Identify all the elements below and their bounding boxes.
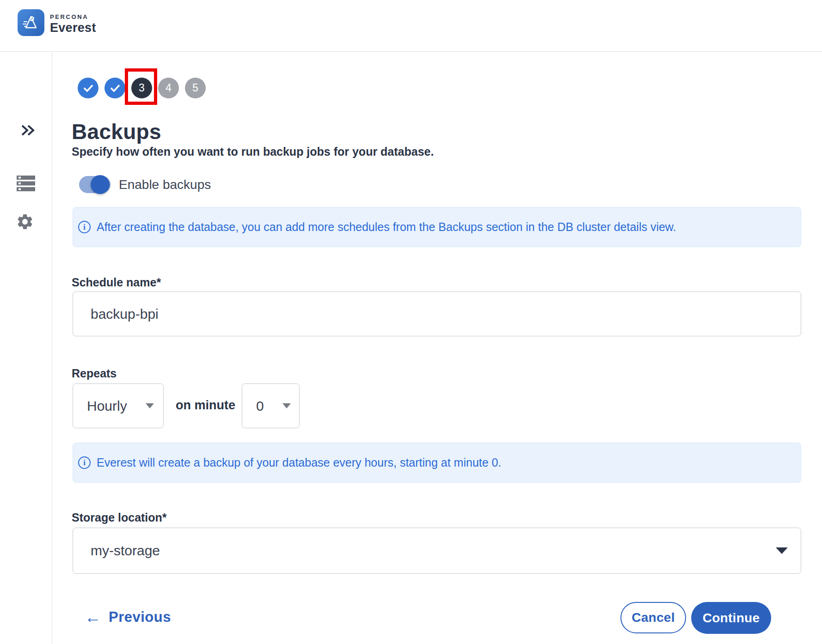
minute-select-value: 0 [256, 398, 264, 414]
check-icon [109, 82, 121, 94]
info-alert-schedules-text: After creating the database, you can add… [97, 220, 676, 234]
chevron-down-icon [282, 403, 291, 408]
cancel-button[interactable]: Cancel [620, 602, 686, 633]
back-arrow-icon: ← [85, 609, 101, 626]
enable-backups-toggle-knob[interactable] [91, 175, 110, 194]
step-3-active[interactable]: 3 [131, 78, 152, 98]
settings-gear-icon[interactable] [16, 213, 34, 233]
percona-logo-icon [18, 9, 44, 36]
step-2-completed[interactable] [104, 78, 125, 98]
storage-location-label: Storage location* [72, 511, 167, 524]
frequency-select-value: Hourly [87, 398, 127, 414]
previous-button-label: Previous [109, 609, 171, 626]
sidebar [0, 52, 52, 644]
schedule-name-input[interactable] [73, 292, 801, 336]
enable-backups-label: Enable backups [119, 177, 211, 192]
page-title: Backups [72, 119, 161, 144]
chevron-down-icon [146, 403, 154, 408]
on-minute-label: on minute [176, 398, 235, 413]
brand-text: PERCONA Everest [50, 13, 96, 35]
check-icon [82, 82, 94, 94]
info-icon: i [78, 221, 91, 233]
step-5[interactable]: 5 [185, 78, 206, 98]
app-header: PERCONA Everest [0, 0, 822, 52]
brand-percona: PERCONA [50, 13, 96, 20]
step-4[interactable]: 4 [158, 78, 179, 98]
storage-location-value: my-storage [91, 543, 160, 559]
schedule-name-label: Schedule name* [72, 276, 161, 289]
step-1-completed[interactable] [78, 78, 98, 98]
info-alert-backup-summary: i Everest will create a backup of your d… [73, 443, 801, 483]
minute-select[interactable]: 0 [242, 383, 300, 428]
info-alert-schedules: i After creating the database, you can a… [73, 207, 801, 247]
frequency-select[interactable]: Hourly [73, 383, 164, 428]
previous-button[interactable]: ← Previous [85, 609, 171, 626]
databases-icon[interactable] [17, 176, 35, 193]
chevron-down-icon [776, 547, 788, 554]
continue-button[interactable]: Continue [691, 602, 771, 634]
collapse-sidebar-icon[interactable] [21, 123, 36, 139]
storage-location-select[interactable]: my-storage [73, 528, 801, 574]
brand-everest: Everest [50, 21, 96, 35]
page-subtitle: Specify how often you want to run backup… [72, 145, 434, 158]
info-icon: i [78, 456, 91, 469]
info-alert-backup-summary-text: Everest will create a backup of your dat… [97, 456, 501, 469]
repeats-label: Repeats [72, 367, 117, 380]
